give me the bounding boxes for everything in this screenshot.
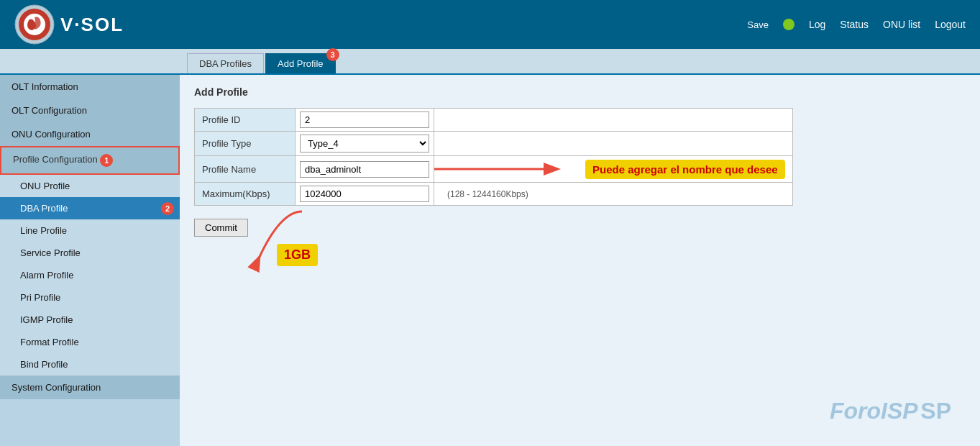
- tab-add-profile-badge: 3: [326, 48, 339, 61]
- sidebar: OLT Information OLT Configuration ONU Co…: [0, 75, 180, 446]
- sidebar-item-service-profile[interactable]: Service Profile: [0, 242, 180, 264]
- profile-id-extra: [434, 109, 793, 132]
- header-nav: Save Log Status ONU list Logout: [747, 19, 966, 30]
- sidebar-item-olt-config[interactable]: OLT Configuration: [0, 99, 180, 122]
- status-indicator: [783, 19, 794, 30]
- sidebar-item-pri-profile[interactable]: Pri Profile: [0, 286, 180, 309]
- maximum-range-cell: (128 - 1244160Kbps): [434, 183, 793, 206]
- save-label: Save: [747, 19, 769, 30]
- profile-id-input[interactable]: [300, 112, 429, 128]
- maximum-row: Maximum(Kbps) (128 - 1244160Kbps): [195, 183, 793, 206]
- maximum-cell: [296, 183, 434, 206]
- profile-name-arrow-cell: Puede agregar el nombre que desee: [434, 156, 793, 183]
- dba-profile-badge: 2: [161, 202, 174, 215]
- logout-link[interactable]: Logout: [935, 19, 966, 30]
- status-link[interactable]: Status: [840, 19, 869, 30]
- logo-area: V·SOL: [14, 4, 124, 45]
- sidebar-item-profile-config[interactable]: Profile Configuration 1: [0, 146, 180, 175]
- sidebar-item-line-profile[interactable]: Line Profile: [0, 219, 180, 242]
- add-profile-form: Profile ID Profile Type Type_1 Type_2 Ty…: [194, 108, 793, 206]
- maximum-range-text: (128 - 1244160Kbps): [441, 189, 528, 199]
- arrow-right-callout: [427, 156, 585, 182]
- main-content: Add Profile Profile ID Profile Type Type…: [180, 75, 980, 446]
- profile-type-cell: Type_1 Type_2 Type_3 Type_4 Type_5: [296, 132, 434, 156]
- profile-id-label: Profile ID: [195, 109, 296, 132]
- profile-config-badge: 1: [100, 154, 113, 167]
- tab-dba-profiles[interactable]: DBA Profiles: [187, 53, 264, 73]
- profile-name-label: Profile Name: [195, 156, 296, 183]
- profile-name-input[interactable]: [300, 161, 429, 178]
- profile-type-extra: [434, 132, 793, 156]
- callout-text: Puede agregar el nombre que desee: [585, 160, 785, 179]
- app-header: V·SOL Save Log Status ONU list Logout: [0, 0, 980, 49]
- commit-area: Commit 1GB: [194, 211, 966, 237]
- sidebar-item-olt-info[interactable]: OLT Information: [0, 75, 180, 99]
- sidebar-item-format-profile[interactable]: Format Profile: [0, 331, 180, 353]
- profile-type-select[interactable]: Type_1 Type_2 Type_3 Type_4 Type_5: [300, 135, 429, 153]
- callout-1gb: 1GB: [277, 244, 318, 266]
- sidebar-item-onu-config[interactable]: ONU Configuration: [0, 122, 180, 146]
- vsol-logo-icon: [14, 4, 55, 45]
- sidebar-item-igmp-profile[interactable]: IGMP Profile: [0, 309, 180, 331]
- profile-id-row: Profile ID: [195, 109, 793, 132]
- sidebar-item-onu-profile[interactable]: ONU Profile: [0, 175, 180, 197]
- section-title: Add Profile: [194, 86, 966, 98]
- profile-type-row: Profile Type Type_1 Type_2 Type_3 Type_4…: [195, 132, 793, 156]
- commit-annotation: 1GB: [237, 208, 324, 275]
- onu-list-link[interactable]: ONU list: [883, 19, 920, 30]
- profile-id-cell: [296, 109, 434, 132]
- maximum-input[interactable]: [300, 186, 429, 202]
- sidebar-item-bind-profile[interactable]: Bind Profile: [0, 353, 180, 376]
- profile-type-label: Profile Type: [195, 132, 296, 156]
- profile-name-cell: [296, 156, 434, 183]
- sidebar-item-alarm-profile[interactable]: Alarm Profile: [0, 264, 180, 286]
- foro-watermark: ForoISP SP: [830, 398, 951, 424]
- tab-add-profile[interactable]: Add Profile 3: [265, 53, 336, 73]
- sidebar-item-dba-profile[interactable]: DBA Profile 2: [0, 197, 180, 219]
- brand-label: V·SOL: [60, 14, 124, 36]
- log-link[interactable]: Log: [809, 19, 825, 30]
- sidebar-item-system-config[interactable]: System Configuration: [0, 376, 180, 399]
- profile-name-row: Profile Name: [195, 156, 793, 183]
- page-layout: OLT Information OLT Configuration ONU Co…: [0, 75, 980, 446]
- maximum-label: Maximum(Kbps): [195, 183, 296, 206]
- tab-bar: DBA Profiles Add Profile 3: [0, 49, 980, 75]
